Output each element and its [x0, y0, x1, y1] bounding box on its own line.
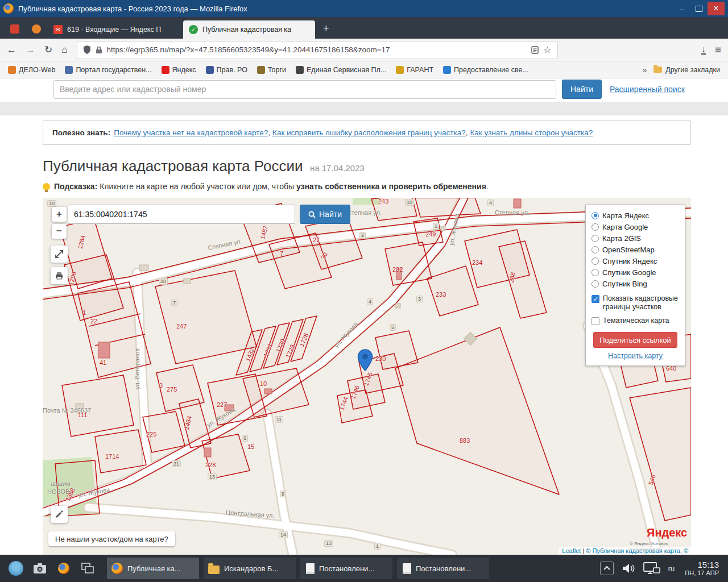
parcel-label[interactable]: 27: [313, 236, 320, 243]
parcel-label[interactable]: 22: [90, 318, 97, 325]
leaflet-link[interactable]: Leaflet: [562, 547, 581, 554]
taskbar-task[interactable]: Постановлени...: [397, 558, 489, 579]
parcel-label[interactable]: 230: [375, 355, 386, 362]
parcel-label[interactable]: 15: [247, 443, 254, 450]
parcel-label[interactable]: 41: [100, 359, 106, 366]
attribution-link[interactable]: © Публичная кадастровая карта, ©: [586, 547, 688, 554]
measure-tool-button[interactable]: [51, 506, 68, 523]
info-link[interactable]: Как исправить ошибку расположения границ…: [272, 128, 470, 137]
cadastral-number-input[interactable]: [68, 205, 295, 224]
volume-icon[interactable]: [622, 563, 635, 574]
lightbulb-icon: [43, 183, 50, 190]
map-layer-option[interactable]: Карта 2GIS: [592, 232, 679, 244]
parcel-not-found-button[interactable]: Не нашли участок/дом на карте?: [48, 531, 175, 546]
radio-icon: [592, 223, 599, 231]
bookmark-item[interactable]: Единая Сервисная Пл...: [296, 66, 386, 74]
map-search-button[interactable]: Найти: [300, 205, 350, 224]
keyboard-layout-indicator[interactable]: ru: [668, 564, 675, 573]
clock-time: 15:13: [685, 560, 719, 569]
map-layer-option[interactable]: Карта Яндекс: [592, 210, 679, 221]
info-link[interactable]: Почему участка нет на кадастровой карте?…: [114, 128, 272, 137]
map-layer-option[interactable]: Карта Google: [592, 221, 679, 232]
bookmark-favicon-icon: [8, 66, 16, 74]
bookmark-item[interactable]: Предоставление све...: [443, 66, 528, 74]
bookmark-item[interactable]: Торги: [257, 66, 286, 74]
configure-map-link[interactable]: Настроить карту: [592, 352, 679, 360]
pinned-tab-icon[interactable]: [32, 24, 41, 34]
parcel-label[interactable]: 249: [425, 231, 436, 238]
screenshot-tool-button[interactable]: [30, 557, 50, 580]
parcel-label[interactable]: 228: [205, 462, 216, 468]
minimize-button[interactable]: [673, 2, 690, 15]
taskbar-task[interactable]: Постановлени...: [300, 558, 392, 579]
parcel-label[interactable]: 247: [176, 323, 187, 330]
tray-expander-button[interactable]: [600, 562, 614, 575]
parcel-label[interactable]: 10: [260, 380, 267, 387]
parcel-label[interactable]: 1714: [105, 453, 119, 460]
bookmark-item[interactable]: Яндекс: [162, 66, 196, 74]
bookmarks-overflow-chevron[interactable]: »: [642, 65, 647, 74]
address-search-input[interactable]: [53, 80, 556, 99]
window-list-button[interactable]: [77, 557, 98, 580]
forward-button[interactable]: [26, 44, 35, 56]
parcel-label[interactable]: 1: [82, 309, 86, 316]
map-layer-checkbox[interactable]: Показать кадастровые границы участков: [592, 294, 679, 311]
parcel-label[interactable]: 7: [280, 250, 283, 257]
firefox-launcher-button[interactable]: [53, 557, 74, 580]
parcel-label[interactable]: 3: [159, 382, 163, 389]
shield-icon[interactable]: [83, 45, 91, 54]
map-layer-option[interactable]: Спутник Google: [592, 267, 679, 278]
fullscreen-button[interactable]: [51, 246, 68, 263]
bookmark-item[interactable]: Портал государствен...: [65, 66, 151, 74]
page-content: Найти Расширенный поиск Полезно знать:По…: [0, 78, 728, 555]
reader-mode-icon[interactable]: [531, 46, 539, 54]
reload-button[interactable]: [44, 44, 52, 56]
bookmark-item[interactable]: ГАРАНТ: [396, 66, 433, 74]
close-button[interactable]: [708, 2, 725, 15]
zoom-out-button[interactable]: −: [52, 224, 67, 239]
menu-button[interactable]: [715, 44, 721, 56]
parcel-label[interactable]: 227: [217, 401, 227, 408]
other-bookmarks-button[interactable]: Другие закладки: [653, 66, 720, 74]
maximize-button[interactable]: [690, 2, 708, 15]
downloads-icon[interactable]: [701, 45, 706, 55]
address-bar[interactable]: https://egrp365.ru/map/?x=47.51856605323…: [77, 41, 558, 59]
new-tab-button[interactable]: +: [323, 23, 329, 35]
back-button[interactable]: [7, 44, 16, 56]
zoom-in-button[interactable]: +: [52, 207, 67, 222]
clock[interactable]: 15:13 ПН, 17 АПР: [685, 560, 719, 577]
bookmark-favicon-icon: [396, 66, 404, 74]
tab-mail[interactable]: 619 · Входящие — Яндекс П: [48, 20, 174, 39]
map-layer-checkbox[interactable]: Тематическая карта: [592, 317, 679, 325]
info-links: Почему участка нет на кадастровой карте?…: [114, 128, 595, 137]
app-launcher-button[interactable]: [6, 557, 26, 580]
parcel-label[interactable]: 243: [378, 198, 388, 205]
bookmark-item[interactable]: Прав. РО: [206, 66, 247, 74]
parcel-label[interactable]: 234: [472, 259, 482, 266]
page-search-button[interactable]: Найти: [562, 80, 602, 99]
task-icon: [111, 563, 123, 574]
pinned-tab-icon[interactable]: [10, 24, 19, 34]
bookmark-item[interactable]: ДЕЛО-Web: [8, 66, 55, 74]
share-link-button[interactable]: Поделиться ссылкой: [593, 332, 677, 348]
map-layer-option[interactable]: Спутник Bing: [592, 278, 679, 289]
display-network-icon[interactable]: [643, 562, 660, 575]
advanced-search-link[interactable]: Расширенный поиск: [610, 85, 685, 94]
taskbar-task[interactable]: Искандаров Б...: [204, 558, 296, 579]
parcel-label[interactable]: 111: [78, 411, 88, 418]
parcel-label[interactable]: 233: [436, 291, 446, 298]
parcel-label[interactable]: 883: [460, 437, 470, 444]
parcel-label[interactable]: 275: [167, 386, 177, 393]
tab-cadastral-map[interactable]: Публичная кадастровая ка: [183, 20, 315, 39]
bookmark-star-icon[interactable]: [543, 44, 551, 55]
map-layer-option[interactable]: Спутник Яндекс: [592, 255, 679, 267]
parcel-label[interactable]: 232: [392, 266, 403, 273]
parcel-label[interactable]: 225: [146, 431, 156, 438]
print-button[interactable]: [51, 267, 68, 284]
bookmark-favicon-icon: [162, 66, 169, 74]
home-button[interactable]: [61, 44, 67, 56]
taskbar-task[interactable]: Публичная ка...: [107, 558, 199, 579]
info-link[interactable]: Как узнать длины сторон участка?: [470, 128, 595, 137]
cadastral-map[interactable]: Степная ул.Степная ул.Степная ул.ул. Вет…: [43, 198, 691, 555]
map-layer-option[interactable]: OpenStreetMap: [592, 244, 679, 255]
